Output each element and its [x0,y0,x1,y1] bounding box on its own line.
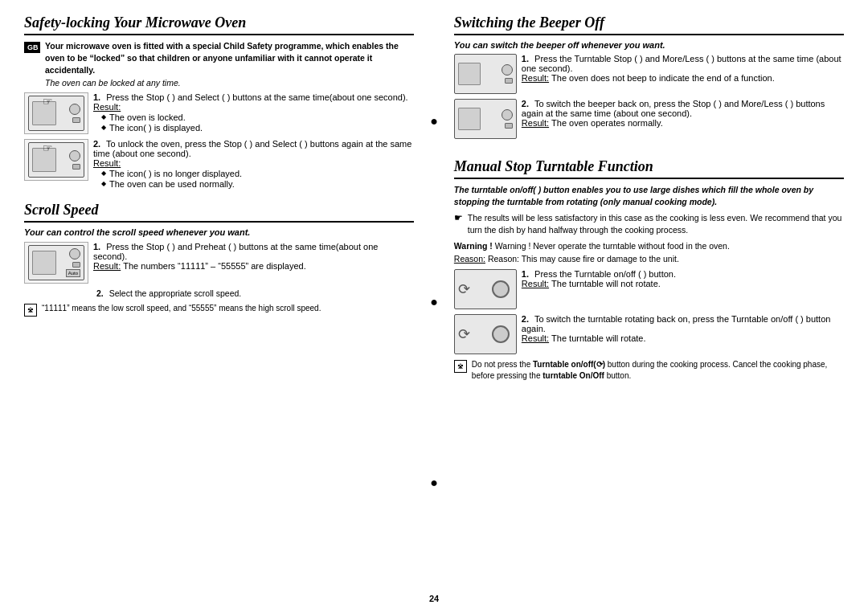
manual-bullet1-text: The results will be less satisfactory in… [468,212,844,235]
scroll-result-text: The numbers “11111” – “55555” are displa… [123,261,305,271]
manual-note-text: Do not press the Turntable on/off(⟳) but… [472,359,844,382]
lock-step1-content: 1. Press the Stop ( ) and Select ( ) but… [93,92,414,133]
page-number: 24 [24,589,844,605]
step2-text: To unlock the oven, press the Stop ( ) a… [93,139,411,158]
mw-controls-3: Auto [66,248,80,277]
reason-label: Reason: [454,254,485,264]
mw-controls-r1 [502,64,513,84]
diamond-icon-4: ◆ [101,180,106,187]
beeper-step1-content: 1. Press the Turntable Stop ( ) and More… [522,54,844,83]
bullet-icon-1: ☛ [454,212,463,223]
step1-num: 1. [93,92,100,102]
microwave-illustration-1: ☞ [24,92,88,134]
beeper-step2-block: 2. To switch the beeper back on, press t… [454,99,844,139]
mw-knob-3 [69,248,80,260]
step2-bullet2: ◆ The oven can be used normally. [101,179,414,189]
manual-bullet1: ☛ The results will be less satisfactory … [454,212,844,235]
diamond-icon-3: ◆ [101,170,106,177]
mw-screen-3 [32,251,56,275]
safety-locking-section: Safety-locking Your Microwave Oven GB Yo… [24,14,414,194]
beeper-step2-content: 2. To switch the beeper back on, press t… [522,99,844,128]
beeper-step1-block: 1. Press the Turntable Stop ( ) and More… [454,54,844,94]
mw-right-4: ⟳ [454,314,517,354]
manual-intro: The turntable on/off( ) button enables y… [454,184,844,207]
step1-result-line: Result: [93,102,414,112]
page: Safety-locking Your Microwave Oven GB Yo… [0,0,868,613]
beeper-step1-result: Result: The oven does not beep to indica… [522,73,844,83]
scroll-note-box: ※ “11111” means the low scroll speed, an… [24,303,414,317]
scroll-intro: Your can control the scroll speed whenev… [24,227,414,237]
scroll-step1-block: Auto 1. Press the Stop ( ) and Preheat (… [24,242,414,284]
mw-right-1 [454,54,517,94]
lock-step1-block: ☞ 1. Press the Stop ( ) and Select ( ) b… [24,92,414,134]
mw-knob [69,104,80,115]
reason-text: Reason: Reason: This may cause fire or d… [454,253,844,265]
mw-knob-2 [69,150,80,161]
step1-result-label: Result: [93,102,121,112]
mw-btn [72,117,80,123]
reason-content: Reason: This may cause fire or damage to… [488,254,679,264]
turntable-step1-content: 1. Press the Turntable on/off ( ) button… [522,269,844,288]
intro-bold: Your microwave oven is fitted with a spe… [45,41,399,75]
manual-note-icon: ※ [454,360,467,373]
step1-bullet1: ◆ The oven is locked. [101,112,414,122]
turntable-step2-result: Result: The turntable will rotate. [522,333,844,343]
scroll-speed-title: Scroll Speed [24,202,414,223]
scroll-step1-text: Press the Stop ( ) and Preheat ( ) butto… [93,242,378,261]
microwave-illustration-2: ☞ [24,139,88,181]
manual-turntable-section: Manual Stop Turntable Function The turnt… [454,152,844,386]
right-column: Switching the Beeper Off You can switch … [454,14,844,589]
mw-btn-r1 [505,78,513,84]
mw-controls-2 [69,150,80,170]
warning-text: Warning ! Warning ! Never operate the tu… [454,240,844,252]
intro-italic: The oven can be locked at any time. [45,78,181,88]
gb-label: GB [24,42,40,53]
step2-result-label: Result: [93,158,121,168]
scroll-note-icon: ※ [24,304,37,317]
step1-bullet2: ◆ The icon( ) is displayed. [101,123,414,133]
warning-content: Warning ! Never operate the turntable wi… [495,241,730,251]
circle-knob-1 [492,280,510,298]
mw-right-3: ⟳ [454,269,517,309]
diamond-icon-1: ◆ [101,113,106,121]
scroll-step1-result-line: Result: The numbers “11111” – “55555” ar… [93,261,414,271]
safety-locking-title: Safety-locking Your Microwave Oven [24,14,414,35]
turntable-icon-2: ⟳ [458,325,470,343]
mw-btn-3 [72,262,80,268]
turntable-step2-block: ⟳ 2. To switch the turntable rotating ba… [454,314,844,354]
mw-btn-2 [72,164,80,170]
gb-intro-text: Your microwave oven is fitted with a spe… [45,40,414,89]
beeper-intro: You can switch the beeper off whenever y… [454,40,844,50]
manual-title: Manual Stop Turntable Function [454,158,844,179]
lock-step2-block: ☞ 2. To unlock the oven, press the Stop … [24,139,414,189]
step2-num: 2. [93,139,100,149]
scroll-note-text: “11111” means the low scroll speed, and … [42,303,321,314]
turntable-step2-content: 2. To switch the turntable rotating back… [522,314,844,343]
warning-label: Warning ! [454,241,493,251]
scroll-result-label: Result: [93,261,121,271]
left-column: Safety-locking Your Microwave Oven GB Yo… [24,14,414,589]
mw-knob-r1 [502,64,513,76]
mw-controls [69,104,80,123]
scroll-step1-num: 1. [93,242,100,251]
turntable-icon-1: ⟳ [458,280,470,298]
mw-screen-r2 [458,108,481,130]
scroll-speed-section: Scroll Speed Your can control the scroll… [24,202,414,321]
step1-text: Press the Stop ( ) and Select ( ) button… [106,92,407,102]
manual-note-box: ※ Do not press the Turntable on/off(⟳) b… [454,359,844,382]
turntable-step1-block: ⟳ 1. Press the Turntable on/off ( ) butt… [454,269,844,309]
dot-3: ● [430,476,438,490]
mw-btn-r2 [505,123,513,129]
beeper-section: Switching the Beeper Off You can switch … [454,14,844,144]
step2-bullet1: ◆ The icon( ) is no longer displayed. [101,169,414,178]
mw-controls-r2 [502,109,513,129]
diamond-icon-2: ◆ [101,124,106,131]
mw-screen-r1 [458,63,481,85]
microwave-illustration-3: Auto [24,242,88,284]
beeper-step2-result: Result: The oven operates normally. [522,118,844,128]
center-divider: ● ● ● [430,14,438,589]
step2-result-line: Result: [93,158,414,168]
dot-1: ● [430,114,438,129]
auto-label: Auto [66,269,80,277]
hand-icon: ☞ [43,95,53,108]
